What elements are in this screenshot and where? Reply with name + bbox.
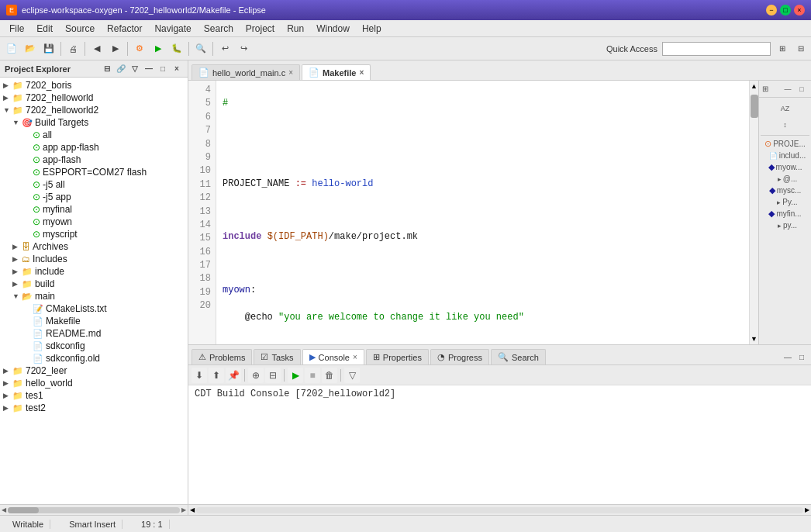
tab-problems[interactable]: ⚠ Problems — [192, 349, 252, 364]
menu-window[interactable]: Window — [310, 22, 356, 36]
tab-console[interactable]: ▶ Console × — [302, 349, 364, 364]
outline-item-includ[interactable]: 📄 includ... — [763, 150, 807, 161]
bottom-maximize-btn[interactable]: □ — [795, 351, 808, 363]
scroll-left-icon[interactable]: ◀ — [2, 506, 6, 513]
tree-item-build[interactable]: ▶ 📁 build — [0, 278, 188, 290]
toolbar-back[interactable]: ◀ — [88, 40, 105, 57]
tree-item-hello-world[interactable]: ▶ 📁 hello_world — [0, 377, 188, 389]
menu-refactor[interactable]: Refactor — [101, 22, 148, 36]
menu-run[interactable]: Run — [281, 22, 310, 36]
toolbar-print[interactable]: 🖨 — [64, 40, 81, 57]
console-copy-btn[interactable]: ⊟ — [265, 368, 281, 383]
menu-source[interactable]: Source — [59, 22, 101, 36]
tree-item-build-targets[interactable]: ▼ 🎯 Build Targets — [0, 116, 188, 129]
view-menu-btn[interactable]: ▽ — [129, 63, 141, 75]
tree-item-7202-helloworld[interactable]: ▶ 📁 7202_helloworld — [0, 92, 188, 104]
toolbar-redo[interactable]: ↪ — [235, 40, 252, 57]
toolbar-search[interactable]: 🔍 — [192, 40, 209, 57]
console-clear-btn[interactable]: 🗑 — [322, 368, 337, 383]
console-stop-btn[interactable]: ■ — [305, 368, 320, 383]
outline-item-mysc[interactable]: ◆ mysc... — [768, 185, 803, 196]
tree-item-readme[interactable]: 📄 README.md — [0, 327, 188, 340]
tree-item-tes1[interactable]: ▶ 📁 tes1 — [0, 389, 188, 402]
tab-tasks[interactable]: ☑ Tasks — [254, 349, 300, 364]
console-pin-btn[interactable]: 📌 — [226, 368, 241, 383]
toolbar-save[interactable]: 💾 — [40, 40, 57, 57]
tree-item-7202-boris[interactable]: ▶ 📁 7202_boris — [0, 79, 188, 92]
tree-item-archives[interactable]: ▶ 🗄 Archives — [0, 240, 188, 253]
tab-makefile-close[interactable]: × — [359, 68, 364, 77]
code-editor[interactable]: 4 5 6 7 8 9 10 11 12 13 14 15 16 17 — [188, 81, 758, 344]
bottom-scroll-right-icon[interactable]: ▶ — [805, 506, 809, 513]
tree-item-test2[interactable]: ▶ 📁 test2 — [0, 402, 188, 414]
bottom-scroll-left-icon[interactable]: ◀ — [190, 506, 195, 513]
tree-item-cmakelists[interactable]: 📝 CMakeLists.txt — [0, 302, 188, 315]
outline-item-myfin[interactable]: ◆ myfin... — [767, 208, 802, 219]
tree-item-includes[interactable]: ▶ 🗂 Includes — [0, 253, 188, 265]
tree-item-j5-all[interactable]: ⊙ -j5 all — [0, 178, 188, 191]
menu-search[interactable]: Search — [198, 22, 240, 36]
tab-hello-world-main[interactable]: 📄 hello_world_main.c × — [192, 64, 300, 80]
tree-item-7202-helloworld2[interactable]: ▼ 📁 7202_helloworld2 — [0, 104, 188, 116]
outline-sync-btn[interactable]: ↕ — [778, 117, 793, 133]
tab-search[interactable]: 🔍 Search — [491, 349, 546, 364]
tree-item-espport[interactable]: ⊙ ESPPORT=COM27 flash — [0, 166, 188, 178]
tree-item-j5-app[interactable]: ⊙ -j5 app — [0, 191, 188, 203]
outline-item-at[interactable]: ▸ @... — [771, 174, 799, 184]
editor-vscrollbar[interactable]: ▲ ▼ — [749, 81, 758, 344]
toolbar-build[interactable]: ⚙ — [131, 40, 148, 57]
toolbar-undo[interactable]: ↩ — [216, 40, 233, 57]
toolbar-open[interactable]: 📂 — [22, 40, 39, 57]
menu-help[interactable]: Help — [356, 22, 388, 36]
toolbar-run[interactable]: ▶ — [150, 40, 167, 57]
outline-maximize[interactable]: □ — [795, 83, 808, 95]
scroll-up-btn[interactable]: ▲ — [749, 81, 758, 92]
outline-item-py1[interactable]: ▸ Py... — [771, 197, 799, 207]
toolbar-debug[interactable]: 🐛 — [168, 40, 185, 57]
tree-item-main[interactable]: ▼ 📂 main — [0, 290, 188, 302]
minimize-button[interactable]: − — [766, 5, 777, 16]
console-scroll-lock-btn[interactable]: ⬇ — [192, 368, 207, 383]
tree-item-sdkconfig[interactable]: 📄 sdkconfig — [0, 340, 188, 352]
tree-item-myown[interactable]: ⊙ myown — [0, 216, 188, 228]
toolbar-perspectives[interactable]: ⊞ — [775, 42, 789, 56]
tree-item-app-app-flash[interactable]: ⊙ app app-flash — [0, 141, 188, 154]
close-button[interactable]: × — [794, 5, 805, 16]
tab-hello-world-main-close[interactable]: × — [288, 68, 293, 77]
tree-item-myscript[interactable]: ⊙ myscript — [0, 228, 188, 240]
outline-item-py2[interactable]: ▸ py... — [771, 220, 799, 230]
code-text[interactable]: # PROJECT_NAME := hello-world include $(… — [216, 81, 749, 344]
console-view-menu-btn[interactable]: ▽ — [344, 368, 360, 383]
outline-minimize[interactable]: — — [782, 83, 794, 95]
outline-sort-btn[interactable]: AZ — [778, 101, 793, 116]
tab-console-close[interactable]: × — [353, 353, 357, 361]
outline-item-myow[interactable]: ◆ myow... — [767, 161, 804, 173]
tree-item-7202-leer[interactable]: ▶ 📁 7202_leer — [0, 364, 188, 377]
menu-edit[interactable]: Edit — [30, 22, 59, 36]
console-new-btn[interactable]: ⊕ — [248, 368, 264, 383]
scroll-down-btn[interactable]: ▼ — [749, 333, 758, 344]
menu-navigate[interactable]: Navigate — [148, 22, 197, 36]
tree-item-makefile[interactable]: 📄 Makefile — [0, 315, 188, 327]
tab-makefile[interactable]: 📄 Makefile × — [302, 64, 371, 80]
minimize-panel-btn[interactable]: — — [143, 63, 155, 75]
tree-item-sdkconfig-old[interactable]: 📄 sdkconfig.old — [0, 352, 188, 364]
maximize-button[interactable]: □ — [780, 5, 791, 16]
collapse-all-btn[interactable]: ⊟ — [101, 63, 113, 75]
maximize-panel-btn[interactable]: □ — [157, 63, 169, 75]
outline-item-proje[interactable]: ⊙ PROJE... — [763, 138, 807, 150]
close-panel-btn[interactable]: × — [171, 63, 183, 75]
menu-project[interactable]: Project — [240, 22, 281, 36]
console-scroll-up-btn[interactable]: ⬆ — [209, 368, 224, 383]
tree-item-include[interactable]: ▶ 📁 include — [0, 265, 188, 278]
bottom-minimize-btn[interactable]: — — [782, 351, 794, 363]
tree-item-myfinal[interactable]: ⊙ myfinal — [0, 203, 188, 216]
toolbar-forward[interactable]: ▶ — [107, 40, 124, 57]
menu-file[interactable]: File — [3, 22, 30, 36]
link-with-editor-btn[interactable]: 🔗 — [115, 63, 127, 75]
toolbar-views[interactable]: ⊟ — [794, 42, 808, 56]
tree-item-all[interactable]: ⊙ all — [0, 129, 188, 141]
console-open-btn[interactable]: ▶ — [288, 368, 303, 383]
tab-properties[interactable]: ⊞ Properties — [366, 349, 429, 364]
tree-item-app-flash[interactable]: ⊙ app-flash — [0, 154, 188, 166]
